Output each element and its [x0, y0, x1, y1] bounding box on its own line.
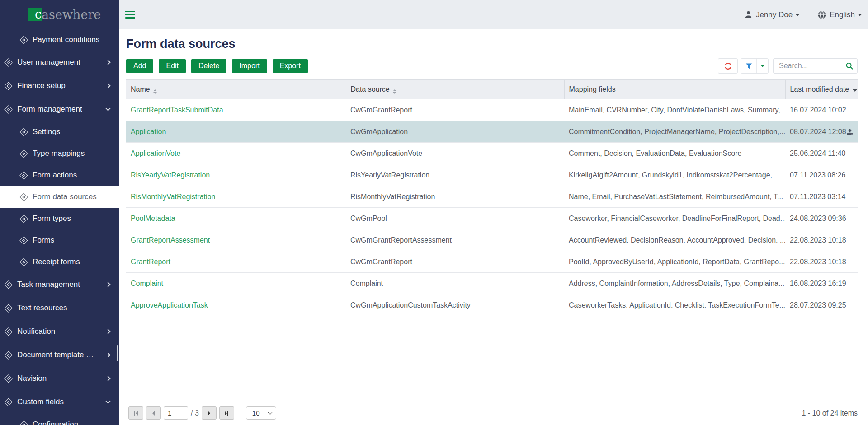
row-name-link[interactable]: GrantReport [131, 258, 170, 266]
table-row[interactable]: PoolMetadata CwGmPool Caseworker, Financ… [126, 208, 858, 229]
items-count-label: 1 - 10 of 24 items [802, 409, 858, 417]
pagination-bar: / 3 10 1 - 10 of 24 items [126, 406, 858, 420]
row-data-source: CwGmApplicationVote [346, 143, 564, 164]
table-row[interactable]: GrantReportTaskSubmitData CwGmGrantRepor… [126, 99, 858, 121]
sidebar-item-type-mappings[interactable]: Type mappings [0, 143, 119, 164]
refresh-button[interactable] [718, 58, 738, 74]
sidebar-item-configuration[interactable]: Configuration [0, 414, 119, 425]
search-icon[interactable] [845, 62, 854, 70]
language-menu[interactable]: English [817, 10, 862, 19]
user-name: Jenny Doe [756, 10, 793, 19]
row-name-link[interactable]: GrantReportAssessment [131, 236, 210, 244]
row-data-source: CwGmApplicationCustomTaskActivity [346, 294, 564, 316]
sidebar-item-finance-setup[interactable]: Finance setup [0, 74, 119, 98]
row-mapping-fields: Comment, Decision, EvaluationData, Evalu… [564, 143, 785, 164]
row-date: 25.06.2024 11:40 [790, 149, 845, 157]
table-row[interactable]: ApproveApplicationTask CwGmApplicationCu… [126, 294, 858, 316]
diamond-icon [4, 304, 12, 312]
column-header-name[interactable]: Name [126, 80, 346, 99]
export-button[interactable]: Export [273, 59, 308, 73]
row-mapping-fields: AccountReviewed, DecisionReason, Account… [564, 229, 785, 251]
row-date: 24.08.2023 09:36 [790, 215, 846, 222]
diamond-icon [4, 398, 12, 406]
table-row-selected[interactable]: Application CwGmApplication CommitmentCo… [126, 121, 858, 143]
sidebar-item-payment-conditions[interactable]: Payment conditions [0, 29, 119, 51]
filter-button[interactable] [741, 59, 756, 73]
row-data-source: RisMonthlyVatRegistration [346, 186, 564, 208]
filter-split-button [741, 58, 769, 74]
row-name-link[interactable]: ApplicationVote [131, 149, 180, 157]
table-row[interactable]: RisYearlyVatRegistration RisYearlyVatReg… [126, 164, 858, 186]
sidebar-item-custom-fields[interactable]: Custom fields [0, 390, 119, 414]
table-row[interactable]: GrantReport CwGmGrantReport PoolId, Appr… [126, 251, 858, 273]
filter-options-button[interactable] [756, 59, 768, 73]
table-row[interactable]: Complaint Complaint Address, ComplaintIn… [126, 273, 858, 294]
row-name-link[interactable]: RisMonthlyVatRegistration [131, 193, 215, 201]
diamond-icon [4, 58, 12, 66]
chevron-right-icon [105, 282, 110, 287]
search-input[interactable] [773, 58, 858, 74]
row-date: 16.08.2023 16:19 [790, 280, 846, 287]
row-mapping-fields: Caseworker, FinancialCaseworker, Deadlin… [564, 208, 785, 229]
row-name-link[interactable]: PoolMetadata [131, 215, 175, 222]
table-header-row: Name Data source Mapping fields Last mod… [126, 80, 858, 99]
filter-funnel-icon [745, 63, 752, 70]
column-header-last-modified-date[interactable]: Last modified date [785, 80, 858, 99]
topbar: Jenny Doe English [119, 0, 868, 29]
sidebar-item-form-actions[interactable]: Form actions [0, 164, 119, 186]
edit-button[interactable]: Edit [159, 59, 186, 73]
sidebar-item-document-template-management[interactable]: Document template mana... [0, 343, 119, 367]
sidebar-scrollbar-thumb[interactable] [117, 345, 118, 361]
column-header-data-source[interactable]: Data source [346, 80, 564, 99]
row-name-link[interactable]: ApproveApplicationTask [131, 301, 208, 309]
table-row[interactable]: ApplicationVote CwGmApplicationVote Comm… [126, 143, 858, 164]
app-window: casewhere Payment conditions User manage… [0, 0, 868, 425]
sidebar-item-forms[interactable]: Forms [0, 229, 119, 251]
page-size-select[interactable]: 10 [246, 406, 276, 420]
sidebar-item-notification[interactable]: Notification [0, 320, 119, 343]
diamond-icon [4, 327, 12, 336]
row-name-link[interactable]: Complaint [131, 280, 163, 287]
import-button[interactable]: Import [232, 59, 267, 73]
delete-button[interactable]: Delete [191, 59, 226, 73]
row-data-source: CwGmGrantReport [346, 99, 564, 121]
page-number-input[interactable] [164, 406, 188, 420]
chevron-right-icon [105, 352, 110, 357]
diamond-icon [4, 351, 12, 359]
diamond-icon [4, 105, 12, 113]
data-sources-table: Name Data source Mapping fields Last mod… [126, 79, 858, 316]
sidebar-item-navision[interactable]: Navision [0, 367, 119, 390]
table-row[interactable]: GrantReportAssessment CwGmGrantReportAss… [126, 229, 858, 251]
row-name-link[interactable]: RisYearlyVatRegistration [131, 171, 210, 179]
upload-icon[interactable] [846, 128, 854, 136]
row-date: 08.07.2024 12:08 [790, 128, 846, 135]
user-menu[interactable]: Jenny Doe [744, 10, 799, 19]
previous-page-button[interactable] [146, 406, 161, 420]
sidebar-item-task-management[interactable]: Task management [0, 273, 119, 296]
last-page-icon [225, 411, 227, 416]
diamond-icon [19, 420, 28, 425]
diamond-icon [19, 236, 28, 244]
row-name-link[interactable]: Application [131, 128, 166, 135]
sidebar-item-settings[interactable]: Settings [0, 121, 119, 143]
sidebar-item-form-types[interactable]: Form types [0, 208, 119, 229]
row-mapping-fields: KirkeligAfgift2Amount, Grundskyld1, Indk… [564, 164, 785, 186]
first-page-icon [134, 411, 135, 416]
add-button[interactable]: Add [126, 59, 153, 73]
hamburger-menu-icon[interactable] [125, 11, 135, 19]
diamond-icon [4, 280, 12, 289]
sidebar-item-receipt-forms[interactable]: Receipt forms [0, 251, 119, 273]
casewhere-logo: casewhere [0, 0, 119, 29]
sidebar-item-text-resources[interactable]: Text resources [0, 296, 119, 320]
table-row[interactable]: RisMonthlyVatRegistration RisMonthlyVatR… [126, 186, 858, 208]
last-page-button[interactable] [219, 406, 234, 420]
sort-both-icon [153, 89, 157, 94]
sidebar-item-form-data-sources[interactable]: Form data sources [0, 186, 119, 208]
row-name-link[interactable]: GrantReportTaskSubmitData [131, 106, 223, 114]
sidebar-item-user-management[interactable]: User management [0, 51, 119, 74]
next-page-button[interactable] [202, 406, 217, 420]
first-page-button[interactable] [128, 406, 143, 420]
next-page-icon [208, 411, 210, 416]
sidebar-item-form-management[interactable]: Form management [0, 98, 119, 121]
row-mapping-fields: CaseworkerTasks, ApplicationId, Checklis… [564, 294, 785, 316]
